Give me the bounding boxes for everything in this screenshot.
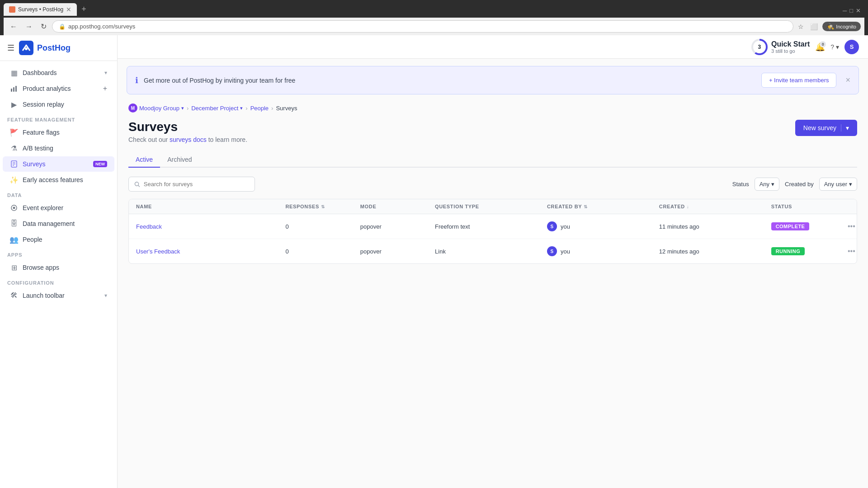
back-btn[interactable]: ←	[7, 21, 20, 33]
bookmark-btn[interactable]: ☆	[796, 21, 806, 32]
product-analytics-add[interactable]: +	[103, 84, 107, 93]
forward-btn[interactable]: →	[23, 21, 35, 33]
sidebar-item-feature-flags[interactable]: 🚩 Feature flags	[3, 125, 114, 140]
sidebar-item-product-analytics[interactable]: Product analytics +	[3, 81, 114, 96]
tab-archived[interactable]: Archived	[160, 152, 199, 168]
extensions-btn[interactable]: ⬜	[808, 21, 820, 32]
search-box[interactable]	[128, 177, 255, 192]
survey-table: NAME RESPONSES⇅ MODE QUESTION TYPE CREAT…	[128, 199, 857, 264]
breadcrumb-project[interactable]: December Project ▾	[191, 105, 243, 112]
breadcrumb-sep-1: ›	[187, 105, 189, 112]
sidebar-item-browse-apps[interactable]: ⊞ Browse apps	[3, 260, 114, 275]
sidebar-item-early-access[interactable]: ✨ Early access features	[3, 172, 114, 188]
banner-close-btn[interactable]: ×	[845, 75, 850, 85]
apps-label: APPS	[0, 248, 117, 259]
hamburger-btn[interactable]: ☰	[7, 43, 14, 53]
notifications-btn[interactable]: 🔔 0	[815, 42, 825, 52]
table-row: User's Feedback 0 popover Link S you 12 …	[129, 239, 857, 263]
config-label: CONFIGURATION	[0, 276, 117, 287]
row2-status-badge: RUNNING	[771, 247, 805, 255]
row1-user-name: you	[561, 223, 570, 230]
invite-team-btn[interactable]: + Invite team members	[761, 73, 837, 88]
sidebar-item-ab-testing[interactable]: ⚗ A/B testing	[3, 141, 114, 156]
browser-tabs: Surveys • PostHog ✕ + ─ □ ✕	[4, 3, 864, 16]
page-subtitle: Check out our surveys docs to learn more…	[128, 136, 247, 143]
breadcrumb-avatar: M	[128, 103, 137, 113]
created-by-filter-select[interactable]: Any user ▾	[819, 178, 857, 191]
sidebar-item-launch-toolbar[interactable]: 🛠 Launch toolbar ▾	[3, 288, 114, 303]
col-created[interactable]: CREATED↓	[652, 199, 764, 214]
launch-toolbar-chevron: ▾	[104, 292, 107, 299]
row1-name-link[interactable]: Feedback	[136, 223, 162, 230]
dashboards-icon: ▦	[10, 69, 18, 77]
svg-rect-2	[11, 89, 12, 92]
breadcrumb-sep-2: ›	[245, 105, 247, 112]
responses-sort-icon: ⇅	[321, 204, 325, 209]
row2-name-link[interactable]: User's Feedback	[136, 248, 180, 255]
svg-rect-4	[15, 86, 17, 92]
posthog-logo[interactable]: PostHog	[19, 41, 71, 55]
banner-info-icon: ℹ	[135, 75, 138, 85]
launch-toolbar-label: Launch toolbar	[23, 292, 65, 299]
ab-testing-icon: ⚗	[10, 144, 18, 152]
event-explorer-label: Event explorer	[23, 204, 63, 211]
breadcrumb-section[interactable]: People	[250, 105, 269, 112]
avatar[interactable]: S	[844, 40, 859, 54]
row2-created-by-cell: S you	[540, 240, 652, 263]
data-management-label: Data management	[23, 220, 75, 227]
filter-controls: Status Any ▾ Created by Any user ▾	[732, 178, 857, 191]
app-container: ☰ PostHog ▦ Dashboards ▾ Pr	[0, 35, 868, 488]
row1-responses-cell: 0	[278, 217, 353, 236]
sidebar-item-event-explorer[interactable]: Event explorer	[3, 200, 114, 216]
col-actions	[839, 199, 857, 214]
early-access-label: Early access features	[23, 176, 83, 183]
tab-close-btn[interactable]: ✕	[66, 6, 71, 13]
sidebar-item-session-replay[interactable]: ▶ Session replay	[3, 97, 114, 112]
sidebar-item-people[interactable]: 👥 People	[3, 232, 114, 247]
sidebar-item-data-management[interactable]: 🗄 Data management	[3, 216, 114, 231]
topbar: 3 Quick Start 3 still to go 🔔 0 ? ▾ S	[118, 35, 868, 59]
row2-responses-cell: 0	[278, 242, 353, 261]
col-name: NAME	[129, 199, 278, 214]
tab-active[interactable]: Active	[128, 152, 160, 168]
browse-apps-label: Browse apps	[23, 264, 59, 271]
dashboards-label: Dashboards	[23, 69, 57, 76]
breadcrumb-project-name: December Project	[191, 105, 238, 112]
status-filter-select[interactable]: Any ▾	[755, 178, 779, 191]
help-btn[interactable]: ? ▾	[830, 43, 839, 51]
new-survey-btn[interactable]: New survey ▾	[795, 120, 857, 136]
quick-start[interactable]: 3 Quick Start 3 still to go	[751, 39, 810, 55]
window-minimize[interactable]: ─	[843, 7, 847, 14]
refresh-btn[interactable]: ↻	[38, 20, 49, 33]
col-responses[interactable]: RESPONSES⇅	[278, 199, 353, 214]
row1-user-cell: S you	[547, 221, 645, 231]
logo-text: PostHog	[37, 43, 71, 53]
new-tab-btn[interactable]: +	[78, 3, 90, 16]
created-by-filter-value: Any user	[824, 181, 847, 188]
window-maximize[interactable]: □	[849, 7, 853, 14]
search-input[interactable]	[144, 181, 249, 188]
breadcrumb-group-chevron: ▾	[181, 105, 184, 111]
quick-start-subtitle: 3 still to go	[771, 48, 810, 54]
window-close[interactable]: ✕	[856, 7, 861, 14]
surveys-docs-link[interactable]: surveys docs	[170, 136, 207, 143]
new-survey-label: New survey	[803, 124, 836, 131]
row1-status-badge: COMPLETE	[771, 222, 810, 230]
created-by-filter-label: Created by	[785, 181, 814, 188]
breadcrumb-group[interactable]: M Moodjoy Group ▾	[128, 103, 184, 113]
active-tab[interactable]: Surveys • PostHog ✕	[4, 3, 77, 16]
created-by-filter-chevron: ▾	[849, 181, 852, 188]
sidebar-item-dashboards[interactable]: ▦ Dashboards ▾	[3, 65, 114, 80]
sidebar-item-surveys[interactable]: Surveys NEW	[3, 156, 114, 172]
session-replay-icon: ▶	[10, 100, 18, 108]
row2-user-name: you	[561, 248, 570, 255]
col-created-by[interactable]: CREATED BY⇅	[540, 199, 652, 214]
breadcrumb-section-name: People	[250, 105, 269, 112]
survey-tabs: Active Archived	[128, 152, 857, 168]
browser-actions: ☆ ⬜ 🕵 Incognito	[796, 21, 861, 32]
url-bar[interactable]: 🔒 app.posthog.com/surveys	[52, 20, 793, 33]
svg-point-11	[135, 182, 138, 185]
row1-more-btn[interactable]: •••	[846, 221, 857, 232]
surveys-badge: NEW	[93, 161, 107, 167]
row2-more-btn[interactable]: •••	[846, 245, 857, 257]
